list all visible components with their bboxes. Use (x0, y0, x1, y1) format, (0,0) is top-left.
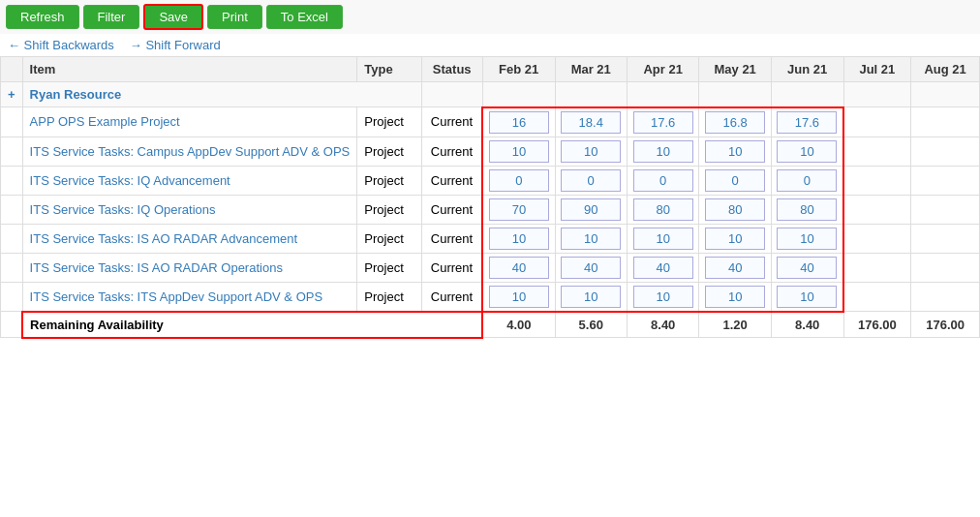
input-may[interactable] (705, 111, 765, 134)
input-may[interactable] (705, 140, 765, 163)
value-cell-may[interactable] (699, 224, 771, 253)
header-jun21: Jun 21 (771, 57, 843, 82)
input-apr[interactable] (633, 257, 693, 279)
remaining-val-3: 1.20 (699, 312, 771, 338)
to-excel-button[interactable]: To Excel (266, 5, 343, 29)
input-feb[interactable] (489, 228, 549, 250)
item-cell[interactable]: ITS Service Tasks: IS AO RADAR Advanceme… (22, 224, 357, 253)
value-cell-apr[interactable] (627, 253, 698, 282)
input-may[interactable] (705, 169, 765, 192)
input-may[interactable] (705, 198, 765, 221)
value-cell-mar[interactable] (555, 224, 627, 253)
value-cell-apr[interactable] (627, 166, 698, 195)
value-cell-may[interactable] (699, 107, 771, 137)
input-jun[interactable] (777, 169, 837, 192)
input-apr[interactable] (633, 228, 693, 250)
input-mar[interactable] (561, 228, 621, 250)
item-cell[interactable]: ITS Service Tasks: IS AO RADAR Operation… (22, 253, 357, 282)
value-cell-mar[interactable] (555, 166, 627, 195)
input-apr[interactable] (633, 198, 693, 221)
item-cell[interactable]: ITS Service Tasks: IQ Operations (22, 195, 357, 224)
print-button[interactable]: Print (207, 5, 262, 29)
value-cell-feb[interactable] (482, 224, 555, 253)
input-jun[interactable] (777, 228, 837, 250)
value-cell-mar[interactable] (555, 107, 627, 137)
value-cell-mar[interactable] (555, 195, 627, 224)
resource-apr (627, 82, 698, 107)
input-apr[interactable] (633, 140, 693, 163)
input-jun[interactable] (777, 111, 837, 134)
value-cell-jun[interactable] (771, 195, 843, 224)
status-cell: Current (421, 137, 482, 166)
input-may[interactable] (705, 257, 765, 279)
input-jun[interactable] (777, 140, 837, 163)
value-cell-may[interactable] (699, 282, 771, 312)
status-cell: Current (421, 224, 482, 253)
value-cell-apr[interactable] (627, 137, 698, 166)
input-jun[interactable] (777, 257, 837, 279)
value-cell-feb[interactable] (482, 195, 555, 224)
empty-cell-aug (911, 224, 980, 253)
value-cell-may[interactable] (699, 253, 771, 282)
input-mar[interactable] (561, 257, 621, 279)
input-mar[interactable] (561, 140, 621, 163)
input-jun[interactable] (777, 198, 837, 221)
type-cell: Project (357, 137, 421, 166)
plus-cell[interactable]: + (1, 82, 23, 107)
input-mar[interactable] (561, 286, 621, 308)
filter-button[interactable]: Filter (83, 5, 140, 29)
value-cell-may[interactable] (699, 195, 771, 224)
value-cell-jun[interactable] (771, 107, 843, 137)
shift-backwards-link[interactable]: ← Shift Backwards (8, 38, 114, 52)
resource-aug (911, 82, 980, 107)
refresh-button[interactable]: Refresh (6, 5, 79, 29)
input-feb[interactable] (489, 286, 549, 308)
input-mar[interactable] (561, 198, 621, 221)
item-cell[interactable]: ITS Service Tasks: IQ Advancement (22, 166, 357, 195)
empty-cell-jul (843, 282, 911, 312)
save-button[interactable]: Save (143, 4, 203, 30)
input-may[interactable] (705, 228, 765, 250)
value-cell-jun[interactable] (771, 224, 843, 253)
value-cell-mar[interactable] (555, 137, 627, 166)
value-cell-feb[interactable] (482, 166, 555, 195)
input-feb[interactable] (489, 111, 549, 134)
value-cell-apr[interactable] (627, 282, 698, 312)
empty-cell-jul (843, 166, 911, 195)
value-cell-jun[interactable] (771, 137, 843, 166)
input-feb[interactable] (489, 169, 549, 192)
value-cell-feb[interactable] (482, 107, 555, 137)
value-cell-feb[interactable] (482, 282, 555, 312)
value-cell-feb[interactable] (482, 137, 555, 166)
value-cell-mar[interactable] (555, 253, 627, 282)
input-may[interactable] (705, 286, 765, 308)
item-cell[interactable]: ITS Service Tasks: ITS AppDev Support AD… (22, 282, 357, 312)
header-expand (1, 57, 23, 82)
value-cell-mar[interactable] (555, 282, 627, 312)
item-cell[interactable]: ITS Service Tasks: Campus AppDev Support… (22, 137, 357, 166)
value-cell-apr[interactable] (627, 107, 698, 137)
value-cell-jun[interactable] (771, 166, 843, 195)
value-cell-jun[interactable] (771, 253, 843, 282)
type-cell: Project (357, 253, 421, 282)
value-cell-may[interactable] (699, 137, 771, 166)
value-cell-apr[interactable] (627, 224, 698, 253)
value-cell-apr[interactable] (627, 195, 698, 224)
input-apr[interactable] (633, 111, 693, 134)
remaining-val-4: 8.40 (771, 312, 843, 338)
input-apr[interactable] (633, 169, 693, 192)
input-mar[interactable] (561, 111, 621, 134)
resource-status (421, 82, 482, 107)
input-jun[interactable] (777, 286, 837, 308)
expand-cell (1, 137, 23, 166)
item-cell[interactable]: APP OPS Example Project (22, 107, 357, 137)
input-mar[interactable] (561, 169, 621, 192)
input-feb[interactable] (489, 198, 549, 221)
value-cell-may[interactable] (699, 166, 771, 195)
value-cell-feb[interactable] (482, 253, 555, 282)
input-feb[interactable] (489, 257, 549, 279)
input-feb[interactable] (489, 140, 549, 163)
value-cell-jun[interactable] (771, 282, 843, 312)
shift-forward-link[interactable]: → Shift Forward (130, 38, 221, 52)
input-apr[interactable] (633, 286, 693, 308)
